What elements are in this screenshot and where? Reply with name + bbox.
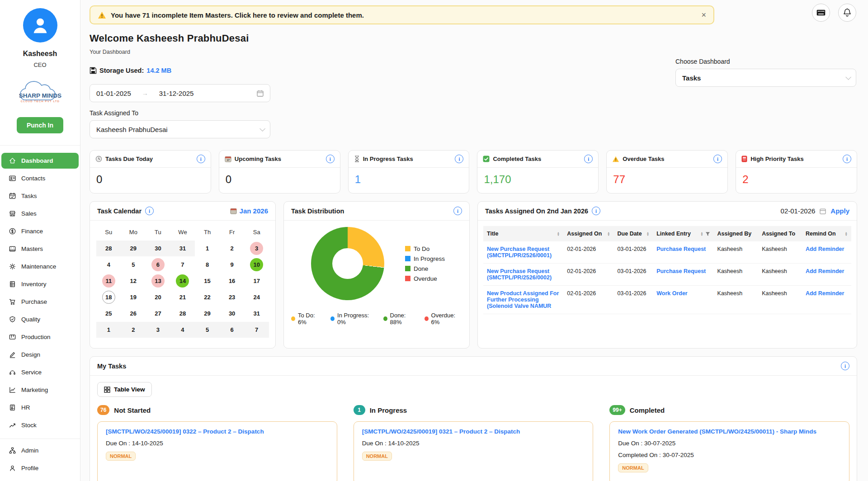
task-card[interactable]: [SMCTPL/WO/2425/00019] 0321 – Product 2 …	[354, 421, 594, 481]
sidebar-item-design[interactable]: Design	[1, 347, 79, 363]
calendar-day[interactable]: 31	[244, 306, 269, 321]
task-card-title[interactable]: New Work Order Generated (SMCTPL/WO/2425…	[618, 428, 841, 435]
calendar-day[interactable]: 13	[146, 273, 170, 289]
avatar[interactable]	[23, 8, 57, 42]
sidebar-item-hr[interactable]: HR	[1, 400, 79, 415]
sort-icon[interactable]: ▲▼	[557, 231, 560, 236]
column-header-linked-entry[interactable]: Linked Entry▲▼	[653, 226, 713, 241]
calendar-day[interactable]: 4	[96, 257, 121, 273]
info-icon[interactable]: i	[841, 362, 849, 370]
donut-chart[interactable]	[311, 227, 384, 300]
info-icon[interactable]: i	[713, 155, 722, 163]
date-from-input[interactable]: 01-01-2025	[96, 90, 131, 97]
info-icon[interactable]: i	[584, 155, 593, 163]
calendar-day[interactable]: 21	[170, 289, 195, 305]
info-icon[interactable]: i	[197, 155, 205, 163]
linked-entry-link[interactable]: Purchase Request	[653, 241, 713, 264]
sidebar-item-inventory[interactable]: Inventory	[1, 276, 79, 292]
task-title-link[interactable]: New Product Assigned For Further Process…	[483, 286, 563, 314]
sidebar-item-maintenance[interactable]: Maintenance	[1, 259, 79, 274]
calendar-day[interactable]: 19	[121, 289, 146, 305]
calendar-day[interactable]: 11	[96, 273, 121, 289]
info-icon[interactable]: i	[326, 155, 335, 163]
column-header-remind-on[interactable]: Remind On▲▼	[802, 226, 851, 241]
table-view-button[interactable]: Table View	[97, 382, 152, 397]
sidebar-item-finance[interactable]: Finance	[1, 223, 79, 239]
sidebar-item-profile[interactable]: Profile	[1, 460, 79, 476]
calendar-day[interactable]: 15	[195, 273, 220, 289]
calendar-icon[interactable]	[820, 208, 826, 214]
column-header-assigned-by[interactable]: Assigned By	[714, 226, 759, 241]
sidebar-item-dashboard[interactable]: Dashboard	[1, 153, 79, 169]
add-reminder-link[interactable]: Add Reminder	[802, 264, 851, 286]
sort-icon[interactable]: ▲▼	[845, 231, 848, 236]
notifications-button[interactable]	[838, 4, 856, 22]
calendar-day[interactable]: 10	[244, 257, 269, 273]
calendar-day[interactable]: 4	[170, 322, 195, 338]
calendar-month-selector[interactable]: Jan 2026	[230, 207, 268, 215]
calendar-day[interactable]: 1	[96, 322, 121, 338]
calendar-day[interactable]: 5	[121, 257, 146, 273]
calendar-day[interactable]: 29	[121, 240, 146, 256]
column-header-title[interactable]: Title▲▼	[483, 226, 563, 241]
calendar-day[interactable]: 26	[121, 306, 146, 321]
sidebar-item-production[interactable]: Production	[1, 329, 79, 345]
calendar-day[interactable]: 20	[146, 289, 170, 305]
calendar-day[interactable]: 2	[220, 240, 245, 256]
calendar-day[interactable]: 16	[220, 273, 245, 289]
calendar-day[interactable]: 12	[121, 273, 146, 289]
column-header-assigned-to[interactable]: Assigned To	[758, 226, 802, 241]
task-card[interactable]: [SMCTPL/WO/2425/00019] 0322 – Product 2 …	[97, 421, 337, 481]
calendar-day[interactable]: 5	[195, 322, 220, 338]
sort-icon[interactable]: ▲▼	[700, 231, 703, 236]
calendar-day[interactable]: 7	[170, 257, 195, 273]
apply-button[interactable]: Apply	[830, 207, 849, 215]
info-icon[interactable]: i	[592, 207, 600, 215]
sidebar-item-service[interactable]: Service	[1, 364, 79, 380]
calendar-day[interactable]: 28	[96, 240, 121, 256]
sidebar-item-contacts[interactable]: Contacts	[1, 170, 79, 186]
column-header-assigned-on[interactable]: Assigned On▲▼	[563, 226, 613, 241]
calendar-day[interactable]: 2	[121, 322, 146, 338]
filter-icon[interactable]	[705, 231, 710, 236]
add-reminder-link[interactable]: Add Reminder	[802, 241, 851, 264]
sidebar-item-sales[interactable]: Sales	[1, 206, 79, 222]
calendar-day[interactable]: 18	[96, 289, 121, 305]
task-title-link[interactable]: New Purchase Request (SMCTPL/PR/2526/000…	[483, 264, 563, 286]
table-date-input[interactable]: 02-01-2026	[781, 207, 816, 215]
calendar-day[interactable]: 6	[220, 322, 245, 338]
task-card[interactable]: New Work Order Generated (SMCTPL/WO/2425…	[609, 421, 849, 481]
calendar-day[interactable]: 29	[195, 306, 220, 321]
punch-in-button[interactable]: Punch In	[17, 117, 63, 133]
alert-close-icon[interactable]: ×	[701, 11, 706, 19]
keyboard-shortcuts-button[interactable]	[812, 4, 830, 22]
info-icon[interactable]: i	[145, 207, 154, 215]
sidebar-item-tasks[interactable]: Tasks	[1, 188, 79, 204]
calendar-day[interactable]: 9	[220, 257, 245, 273]
task-assigned-select[interactable]: Kasheesh PrabhuDesai	[90, 120, 270, 138]
task-card-title[interactable]: [SMCTPL/WO/2425/00019] 0322 – Product 2 …	[106, 428, 329, 435]
info-icon[interactable]: i	[455, 155, 463, 163]
calendar-day[interactable]: 3	[146, 322, 170, 338]
calendar-day[interactable]: 25	[96, 306, 121, 321]
sidebar-item-purchase[interactable]: Purchase	[1, 294, 79, 310]
calendar-day[interactable]: 7	[244, 322, 269, 338]
calendar-day[interactable]: 22	[195, 289, 220, 305]
calendar-day[interactable]: 30	[220, 306, 245, 321]
task-card-title[interactable]: [SMCTPL/WO/2425/00019] 0321 – Product 2 …	[362, 428, 585, 435]
sidebar-item-stock[interactable]: Stock	[1, 417, 79, 433]
column-header-due-date[interactable]: Due Date▲▼	[614, 226, 653, 241]
sort-icon[interactable]: ▲▼	[607, 231, 610, 236]
calendar-day[interactable]: 17	[244, 273, 269, 289]
calendar-day[interactable]: 24	[244, 289, 269, 305]
dashboard-select[interactable]: Tasks	[675, 69, 856, 87]
calendar-day[interactable]: 30	[146, 240, 170, 256]
calendar-day[interactable]: 27	[146, 306, 170, 321]
calendar-day[interactable]: 14	[170, 273, 195, 289]
info-icon[interactable]: i	[453, 207, 462, 215]
calendar-day[interactable]: 6	[146, 257, 170, 273]
sidebar-item-marketing[interactable]: Marketing	[1, 382, 79, 398]
alert-banner[interactable]: You have 71 incomplete Item Masters. Cli…	[90, 5, 714, 24]
calendar-day[interactable]: 23	[220, 289, 245, 305]
sidebar-item-masters[interactable]: Masters	[1, 241, 79, 257]
